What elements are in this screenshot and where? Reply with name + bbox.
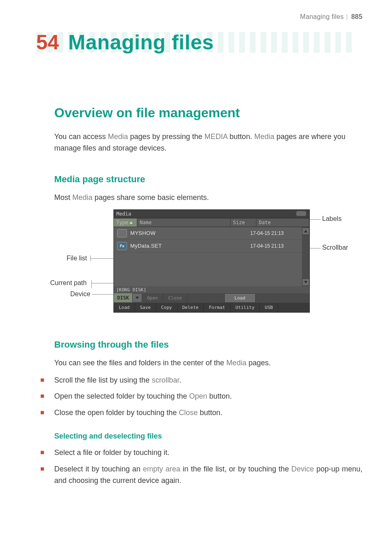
menu-icon[interactable] — [296, 211, 306, 216]
tab-bar: Load Save Copy Delete Format Utility USB — [114, 303, 309, 312]
keyword-media-button: MEDIA — [205, 132, 228, 141]
col-type[interactable]: Type — [114, 218, 137, 227]
screenshot-region: File list Current path Device Labels Scr… — [39, 209, 362, 316]
keyword-close: Close — [179, 408, 198, 417]
keyword-media: Media — [254, 132, 274, 141]
screenshot-title: Media — [116, 211, 131, 217]
list-item: Deselect it by touching an empty area in… — [39, 464, 362, 487]
file-date: 17-04-15 21:13 — [250, 243, 300, 249]
callout-line — [92, 294, 114, 295]
col-date[interactable]: Date — [256, 218, 309, 227]
triangle-down-icon — [304, 281, 307, 283]
text: button. — [228, 132, 254, 141]
list-item: Open the selected folder by touching the… — [39, 391, 362, 402]
file-row[interactable]: MYSHOW 17-04-15 21:13 — [114, 227, 302, 240]
tab-delete[interactable]: Delete — [178, 303, 204, 312]
tab-save[interactable]: Save — [135, 303, 157, 312]
tab-copy[interactable]: Copy — [156, 303, 178, 312]
section-title: Overview on file management — [54, 105, 362, 121]
running-head-sep: | — [346, 13, 348, 20]
triangle-up-icon — [304, 230, 307, 232]
callout-line — [91, 280, 92, 288]
running-head-title: Managing files — [300, 13, 344, 20]
list-item: Select a file or folder by touching it. — [39, 447, 362, 459]
subsection-title: Browsing through the files — [54, 339, 362, 350]
device-row: DISK Open Close Load — [114, 293, 309, 303]
tab-format[interactable]: Format — [204, 303, 231, 312]
text: . — [179, 376, 181, 384]
sub2-lead: You can see the files and folders in the… — [54, 357, 362, 369]
scroll-up-button[interactable] — [302, 227, 309, 235]
list-item: Scroll the file list by using the scroll… — [39, 375, 362, 386]
bullet-list: Select a file or folder by touching it. … — [39, 447, 362, 487]
sort-asc-icon — [129, 221, 133, 224]
chapter-title: Managing files — [68, 30, 214, 54]
media-screenshot: Media Type Name Size Date MYSHOW 17-04-1… — [113, 209, 310, 313]
file-name: MYSHOW — [130, 230, 250, 236]
keyword-media: Media — [72, 193, 92, 202]
keyword-empty-area: empty area — [143, 465, 180, 473]
text: button. — [198, 408, 222, 417]
text: Most — [54, 193, 72, 202]
text: You can access — [54, 132, 108, 141]
callout-line — [91, 283, 114, 283]
bullet-list: Scroll the file list by using the scroll… — [39, 375, 362, 419]
chevron-down-icon — [136, 297, 139, 299]
screenshot-title-bar: Media — [114, 210, 309, 218]
load-button[interactable]: Load — [224, 293, 256, 303]
file-list[interactable]: MYSHOW 17-04-15 21:13 Pa MyData.SET 17-0… — [114, 227, 309, 286]
chapter-number: 54 — [36, 30, 59, 54]
text: Scroll the file list by using the — [54, 376, 152, 384]
file-row[interactable]: Pa MyData.SET 17-04-15 21:13 — [114, 240, 302, 253]
callout-device: Device — [70, 290, 90, 298]
open-button[interactable]: Open — [142, 294, 164, 302]
keyword-device: Device — [291, 465, 314, 473]
file-rows: MYSHOW 17-04-15 21:13 Pa MyData.SET 17-0… — [114, 227, 302, 286]
column-headers: Type Name Size Date — [114, 218, 309, 227]
text: pages share some basic elements. — [92, 193, 209, 202]
scroll-down-button[interactable] — [302, 278, 309, 286]
col-type-label: Type — [116, 220, 128, 225]
tab-usb[interactable]: USB — [260, 303, 278, 312]
device-selector[interactable]: DISK — [114, 293, 133, 302]
file-name: MyData.SET — [130, 243, 250, 249]
device-dropdown[interactable] — [133, 294, 142, 302]
folder-icon — [117, 229, 127, 237]
tab-load[interactable]: Load — [114, 303, 135, 312]
text: Deselect it by touching an — [54, 465, 143, 473]
keyword-open: Open — [189, 392, 207, 400]
callout-line — [90, 258, 114, 259]
file-date: 17-04-15 21:13 — [250, 230, 300, 236]
text: pages. — [247, 359, 271, 367]
intro-paragraph: You can access Media pages by pressing t… — [54, 131, 362, 154]
callout-filelist: File list — [67, 255, 87, 262]
callout-line — [309, 248, 321, 248]
running-head: Managing files|885 — [39, 13, 362, 21]
keyword-media: Media — [108, 132, 128, 141]
close-button[interactable]: Close — [163, 294, 187, 302]
text: Open the selected folder by touching the — [54, 392, 189, 400]
col-size[interactable]: Size — [231, 218, 256, 227]
chapter-head: 54 Managing files — [36, 30, 362, 56]
set-file-icon: Pa — [117, 242, 127, 250]
col-name[interactable]: Name — [137, 218, 231, 227]
minor-heading: Selecting and deselecting files — [54, 432, 362, 441]
text: You can see the files and folders in the… — [54, 359, 226, 367]
list-item: Close the open folder by touching the Cl… — [39, 407, 362, 419]
tab-utility[interactable]: Utility — [231, 303, 260, 312]
current-path: [KORG DISK] — [114, 286, 309, 293]
text: button. — [207, 392, 232, 400]
text: pages by pressing the — [128, 132, 204, 141]
subsection-title: Media page structure — [54, 174, 362, 185]
keyword-media: Media — [226, 359, 247, 367]
scrollbar[interactable] — [302, 227, 309, 286]
callout-scrollbar: Scrollbar — [322, 244, 348, 251]
callout-currentpath: Current path — [50, 279, 87, 287]
callout-line — [309, 219, 321, 220]
page: Managing files|885 54 Managing files Ove… — [0, 0, 392, 557]
running-head-page: 885 — [351, 13, 362, 20]
sub1-lead: Most Media pages share some basic elemen… — [54, 192, 362, 204]
keyword-scrollbar: scrollbar — [152, 376, 179, 384]
callout-labels: Labels — [322, 215, 341, 223]
text: Close the open folder by touching the — [54, 408, 179, 417]
